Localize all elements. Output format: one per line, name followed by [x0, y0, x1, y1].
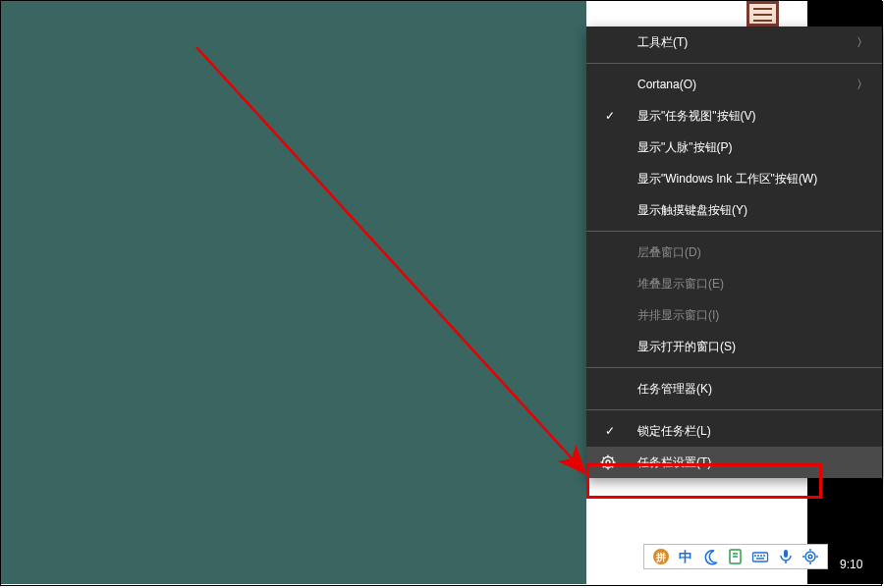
gear-icon[interactable] [801, 548, 819, 565]
system-tray[interactable]: 拼中 [643, 544, 828, 569]
menu-item-label: 显示"任务视图"按钮(V) [637, 109, 756, 123]
menu-item-label: 显示"Windows Ink 工作区"按钮(W) [637, 172, 817, 186]
ime-globe-icon[interactable]: 拼 [652, 548, 670, 565]
menu-item-label: 显示"人脉"按钮(P) [637, 140, 733, 154]
menu-item: 堆叠显示窗口(E) [586, 268, 882, 299]
menu-item[interactable]: ✓锁定任务栏(L) [586, 415, 882, 447]
check-icon: ✓ [600, 100, 620, 132]
menu-item-label: 堆叠显示窗口(E) [637, 277, 724, 291]
check-icon: ✓ [600, 415, 620, 447]
moon-icon[interactable] [702, 548, 720, 565]
svg-point-25 [805, 552, 815, 561]
taskbar-clock: 9:10 [840, 558, 862, 571]
keyboard-icon[interactable] [751, 548, 769, 565]
menu-item-label: 显示打开的窗口(S) [637, 340, 736, 353]
menu-item[interactable]: 显示触摸键盘按钮(Y) [586, 194, 882, 226]
svg-line-6 [603, 457, 604, 458]
menu-item[interactable]: 任务管理器(K) [586, 373, 882, 404]
note-icon[interactable] [727, 548, 745, 565]
menu-item-label: 层叠窗口(D) [637, 245, 701, 259]
menu-item[interactable]: 显示打开的窗口(S) [586, 331, 882, 362]
taskbar-context-menu: 工具栏(T)〉Cortana(O)〉✓显示"任务视图"按钮(V)显示"人脉"按钮… [586, 27, 882, 478]
menu-item-label: 并排显示窗口(I) [637, 308, 719, 322]
mic-icon[interactable] [777, 548, 795, 565]
menu-item[interactable]: 显示"人脉"按钮(P) [586, 132, 882, 163]
svg-point-26 [808, 555, 812, 559]
svg-text:中: 中 [679, 549, 692, 564]
preview-thumbnail [746, 1, 779, 27]
svg-rect-23 [784, 550, 788, 558]
menu-item-label: 工具栏(T) [637, 35, 688, 49]
menu-item-label: 任务管理器(K) [637, 382, 712, 396]
menu-item[interactable]: 工具栏(T)〉 [586, 27, 882, 58]
ime-zhong-icon[interactable]: 中 [677, 548, 694, 565]
chevron-right-icon: 〉 [856, 69, 868, 100]
menu-item: 并排显示窗口(I) [586, 299, 882, 331]
annotation-highlight-box [586, 463, 822, 499]
menu-item-label: 锁定任务栏(L) [637, 424, 711, 438]
menu-separator [586, 409, 882, 410]
menu-separator [586, 367, 882, 368]
desktop-background [1, 1, 586, 584]
menu-item[interactable]: ✓显示"任务视图"按钮(V) [586, 100, 882, 132]
svg-rect-17 [753, 553, 768, 561]
svg-line-9 [612, 457, 613, 458]
menu-item: 层叠窗口(D) [586, 237, 882, 268]
chevron-right-icon: 〉 [856, 27, 868, 58]
menu-separator [586, 63, 882, 64]
menu-separator [586, 231, 882, 232]
svg-text:拼: 拼 [655, 552, 666, 562]
menu-item-label: 显示触摸键盘按钮(Y) [637, 203, 747, 217]
menu-item[interactable]: Cortana(O)〉 [586, 69, 882, 100]
menu-item[interactable]: 显示"Windows Ink 工作区"按钮(W) [586, 163, 882, 194]
menu-item-label: Cortana(O) [637, 78, 696, 91]
